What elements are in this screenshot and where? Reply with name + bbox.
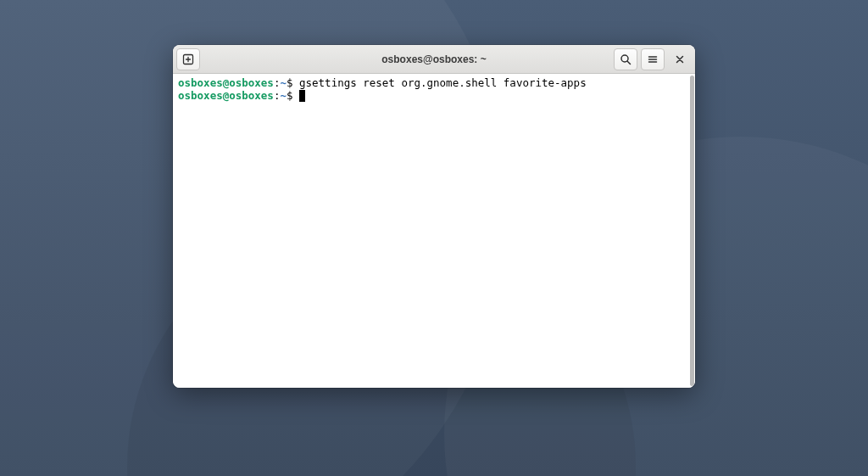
window-title: osboxes@osboxes: ~: [381, 53, 486, 65]
menu-button[interactable]: [641, 48, 665, 70]
prompt-dollar: $: [287, 76, 299, 89]
terminal-cursor: [299, 90, 305, 102]
titlebar-left-group: [176, 48, 200, 70]
prompt-user-host: osboxes@osboxes: [178, 89, 274, 102]
hamburger-icon: [647, 53, 659, 65]
new-tab-button[interactable]: [176, 48, 200, 70]
prompt-path: ~: [280, 89, 287, 102]
command-text: gsettings reset org.gnome.shell favorite…: [299, 76, 587, 89]
prompt-dollar: $: [287, 89, 299, 102]
titlebar-right-group: [614, 48, 692, 70]
search-icon: [620, 53, 632, 65]
scrollbar-thumb[interactable]: [690, 76, 694, 386]
close-icon: [675, 54, 685, 64]
terminal-window: osboxes@osboxes: ~ osboxes@osboxes:~$ gs: [173, 45, 695, 388]
terminal-body[interactable]: osboxes@osboxes:~$ gsettings reset org.g…: [173, 74, 695, 388]
prompt-user-host: osboxes@osboxes: [178, 76, 274, 89]
search-button[interactable]: [614, 48, 637, 70]
close-button[interactable]: [668, 48, 692, 70]
titlebar[interactable]: osboxes@osboxes: ~: [173, 45, 695, 74]
prompt-path: ~: [280, 76, 287, 89]
terminal-line: osboxes@osboxes:~$: [178, 89, 690, 102]
terminal-line: osboxes@osboxes:~$ gsettings reset org.g…: [178, 76, 690, 89]
new-tab-icon: [182, 53, 194, 65]
